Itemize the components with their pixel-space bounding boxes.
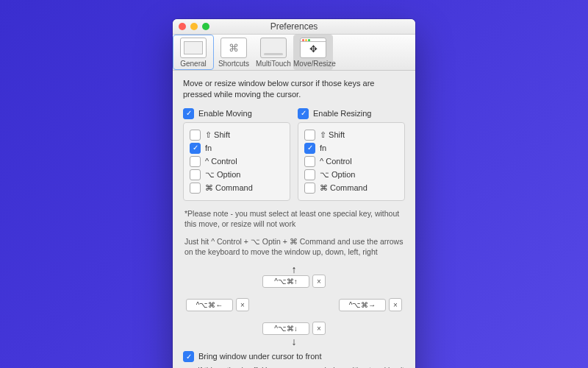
note-special-key: *Please note - you must select at least … — [184, 208, 404, 229]
traffic-lights — [179, 23, 209, 30]
enable-moving-checkbox[interactable]: Enable Moving — [183, 108, 290, 119]
toolbar: General Shortcuts MultiTouch ✥ Move/Resi… — [173, 35, 415, 71]
enable-resizing-checkbox[interactable]: Enable Resizing — [298, 108, 405, 119]
checkbox-label: ⇧ Shift — [205, 130, 230, 141]
checkbox-label: Enable Resizing — [313, 108, 372, 119]
moving-keys-panel: ⇧ Shift fn ^ Control ⌥ Option ⌘ Command — [183, 122, 290, 201]
checkbox-label: ⌥ Option — [205, 169, 240, 180]
tab-label: Move/Resize — [293, 60, 336, 68]
bring-to-front-checkbox[interactable]: Bring window under cursor to front — [183, 351, 405, 362]
preferences-window: Preferences General Shortcuts MultiTouch… — [173, 19, 415, 368]
checkbox-icon — [304, 169, 315, 180]
shortcut-right: ^⌥⌘→ × — [339, 298, 402, 311]
checkbox-icon — [190, 183, 201, 194]
moving-shift-checkbox[interactable]: ⇧ Shift — [190, 130, 284, 141]
remove-shortcut-button[interactable]: × — [389, 298, 402, 311]
tab-move-resize[interactable]: ✥ Move/Resize — [293, 35, 333, 70]
remove-shortcut-button[interactable]: × — [312, 275, 326, 288]
resizing-keys-panel: ⇧ Shift fn ^ Control ⌥ Option ⌘ Command — [298, 122, 405, 201]
remove-shortcut-button[interactable]: × — [312, 322, 326, 335]
tab-label: Shortcuts — [218, 60, 249, 68]
resizing-control-checkbox[interactable]: ^ Control — [304, 156, 398, 167]
titlebar[interactable]: Preferences — [173, 19, 415, 35]
checkbox-label: ⌘ Command — [205, 183, 253, 194]
checkbox-icon — [304, 183, 315, 194]
shortcut-down: ^⌥⌘↓ × — [262, 322, 326, 335]
shortcut-left: ^⌥⌘← × — [186, 298, 249, 311]
checkbox-label: ^ Control — [205, 156, 237, 167]
moving-command-checkbox[interactable]: ⌘ Command — [190, 183, 284, 194]
shortcut-label: ^⌥⌘← — [186, 299, 233, 312]
resizing-column: Enable Resizing ⇧ Shift fn ^ Control ⌥ O… — [298, 106, 405, 201]
checkbox-icon — [190, 130, 201, 141]
tab-label: General — [180, 60, 207, 68]
checkbox-label: ^ Control — [320, 156, 352, 167]
move-resize-icon: ✥ — [300, 38, 326, 58]
checkbox-label: ⇧ Shift — [320, 130, 345, 141]
multitouch-icon — [260, 38, 287, 58]
shortcut-label: ^⌥⌘↓ — [262, 322, 309, 336]
shortcut-up: ^⌥⌘↑ × — [262, 275, 326, 288]
resizing-shift-checkbox[interactable]: ⇧ Shift — [304, 130, 398, 141]
resizing-fn-checkbox[interactable]: fn — [304, 143, 398, 154]
tab-shortcuts[interactable]: Shortcuts — [214, 35, 254, 70]
moving-control-checkbox[interactable]: ^ Control — [190, 156, 284, 167]
moving-fn-checkbox[interactable]: fn — [190, 143, 284, 154]
minimize-button[interactable] — [190, 23, 198, 30]
moving-option-checkbox[interactable]: ⌥ Option — [190, 169, 284, 180]
note-shortcut-hint: Just hit ^ Control + ⌥ Optin + ⌘ Command… — [184, 236, 404, 257]
checkbox-label: fn — [205, 143, 212, 154]
arrow-down-icon: ↓ — [292, 335, 297, 349]
checkbox-icon — [304, 130, 315, 141]
checkbox-icon — [304, 143, 315, 154]
close-button[interactable] — [179, 23, 186, 30]
checkbox-icon — [304, 156, 315, 167]
tab-multitouch[interactable]: MultiTouch — [254, 35, 293, 70]
moving-column: Enable Moving ⇧ Shift fn ^ Control ⌥ Opt… — [183, 106, 290, 201]
checkbox-icon — [190, 156, 201, 167]
checkbox-icon — [190, 169, 201, 180]
checkbox-label: Bring window under cursor to front — [198, 351, 322, 362]
checkbox-label: ⌥ Option — [320, 169, 355, 180]
tab-general[interactable]: General — [173, 35, 214, 70]
description-text: Move or resize window below cursor if th… — [183, 78, 405, 100]
remove-shortcut-button[interactable]: × — [236, 298, 249, 311]
resizing-command-checkbox[interactable]: ⌘ Command — [304, 183, 398, 194]
shortcuts-icon — [220, 38, 247, 58]
window-title: Preferences — [270, 21, 318, 32]
checkbox-icon — [183, 351, 194, 362]
checkbox-icon — [183, 108, 194, 119]
tab-label: MultiTouch — [256, 60, 291, 68]
checkbox-label: ⌘ Command — [320, 183, 368, 194]
zoom-button[interactable] — [202, 23, 209, 30]
content: Move or resize window below cursor if th… — [173, 71, 415, 368]
shortcut-label: ^⌥⌘↑ — [262, 275, 309, 289]
bring-to-front-subtext: If this option is off, You can move a wi… — [198, 365, 405, 368]
checkbox-label: fn — [320, 143, 326, 154]
checkbox-icon — [298, 108, 309, 119]
general-icon — [180, 38, 207, 58]
resizing-option-checkbox[interactable]: ⌥ Option — [304, 169, 398, 180]
footer: Bring window under cursor to front If th… — [183, 351, 405, 368]
shortcut-label: ^⌥⌘→ — [339, 299, 386, 312]
checkbox-icon — [190, 143, 201, 154]
arrow-diagram: ↑ ^⌥⌘↑ × ^⌥⌘← × ^⌥⌘→ × ^⌥⌘↓ × ↓ — [183, 264, 405, 345]
checkbox-label: Enable Moving — [198, 108, 252, 119]
